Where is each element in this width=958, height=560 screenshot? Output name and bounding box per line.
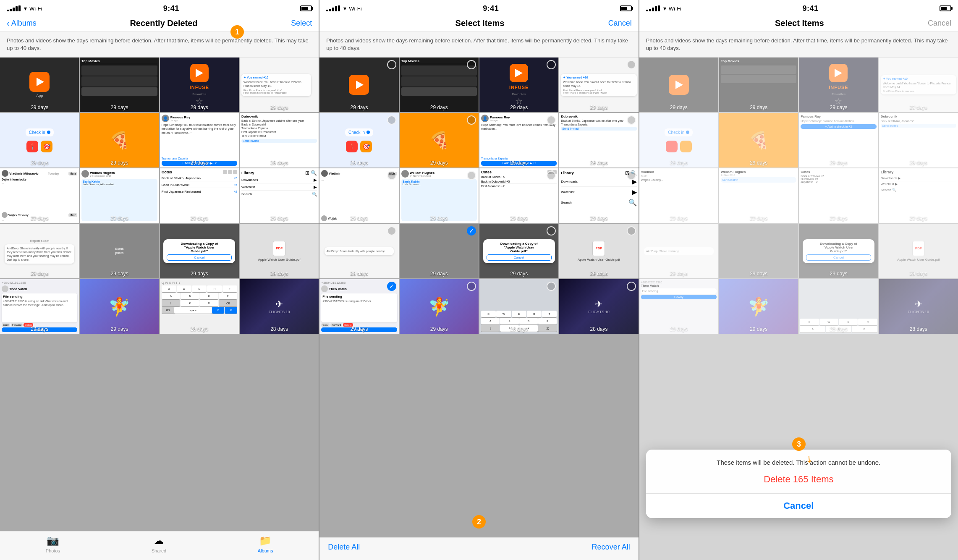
status-time-3: 9:41 <box>802 4 818 13</box>
photo-label: 29 days <box>400 105 479 110</box>
photo-cell[interactable]: Check in 📍 🎯 29 days <box>0 113 79 167</box>
photo-cell[interactable]: ✦ You earned +10 Welcome back! You haven… <box>240 58 319 112</box>
signal-icon-2 <box>326 5 340 11</box>
photo-cell[interactable]: Downloading a Copy of"Apple Watch UserGu… <box>479 224 558 278</box>
photo-cell[interactable]: 👤 Famous Ray2h ago Hope Schmoop: You mus… <box>479 113 558 167</box>
select-circle <box>387 171 396 180</box>
photo-label: 29 days <box>319 271 398 277</box>
cancel-button-3[interactable]: Cancel <box>928 19 951 28</box>
photo-cell[interactable]: Vladimir Milosevic Tuesday Mute Dajte In… <box>0 168 79 223</box>
nav-bar-3: Select Items Cancel <box>639 17 958 32</box>
wifi-icon-2: ▾ <box>343 5 346 12</box>
pdf-icon: PDF <box>273 241 285 256</box>
step-badge-2: 2 <box>472 515 486 529</box>
photo-cell: 🧚 29 days <box>719 279 798 334</box>
photo-cell[interactable]: +380421512385 Theo Vatch File sending +3… <box>0 279 79 334</box>
back-button-1[interactable]: ‹ Albums <box>7 18 37 28</box>
photo-cell: +380421512385Theo VatchFile sending...Ho… <box>639 279 718 334</box>
photo-cell[interactable]: Cotes Back at Stiviko +5Back in Dubrovni… <box>479 168 558 223</box>
photo-cell: Check in 29 days <box>639 113 718 167</box>
photo-cell[interactable]: INFUSE Favorites☆ 29 days <box>479 58 558 112</box>
photo-cell[interactable]: ✈FLIGHTS 10 28 days <box>559 279 638 334</box>
photo-cell[interactable]: AirdDrop: Share instantly with people ne… <box>319 224 398 278</box>
photo-label: 29 days <box>719 160 798 166</box>
photo-label: 29 days <box>719 215 798 221</box>
photo-cell[interactable]: Q W E R T Y Q W E R T A S D F <box>160 279 239 334</box>
delete-items-button[interactable]: Delete 165 Items <box>653 474 945 485</box>
tab-photos[interactable]: 📷 Photos <box>46 535 60 553</box>
nav-title-1: Recently Deleted <box>130 18 197 28</box>
cancel-button-2[interactable]: Cancel <box>608 19 632 28</box>
select-circle <box>387 226 396 236</box>
photo-cell[interactable]: 👤 Famous Ray 2h ago Hope Schmoop: You mu… <box>160 113 239 167</box>
photo-cell[interactable]: Dubrovnik Back at Stiviko, Japanese cuis… <box>240 113 319 167</box>
select-circle <box>387 115 396 125</box>
photo-cell[interactable]: Check in 📍 🎯 29 days <box>319 113 398 167</box>
photo-cell[interactable]: INFUSE Favorites ☆ 29 days <box>160 58 239 112</box>
alert-message: These items will be deleted. This action… <box>653 458 945 468</box>
photo-cell[interactable]: Blankphoto 29 days <box>80 224 159 278</box>
wifi-icon: ▾ <box>24 5 27 12</box>
photo-cell[interactable]: PDF Apple Watch User Guide.pdf 29 days <box>240 224 319 278</box>
photo-cell: 29 days <box>719 224 798 278</box>
photo-cell[interactable]: QWERT ASDF ⇧ZX⌫ 28 days <box>479 279 558 334</box>
photo-cell[interactable]: Library⊞🔍 Downloads▶Watchlist▶Search🔍 29… <box>559 168 638 223</box>
photo-cell[interactable]: 29 days <box>319 58 398 112</box>
photo-cell: PDF Apple Watch User Guide.pdf 29 days <box>879 224 958 278</box>
photo-label: 29 days <box>879 105 958 110</box>
photo-cell[interactable]: 🍕 29 days <box>80 113 159 167</box>
photo-label: 29 days <box>559 215 638 221</box>
photo-cell: LibraryDownloads ▶Watchlist ▶Search 🔍 29… <box>879 168 958 223</box>
download-dialog: Downloading a Copy of"Apple Watch UserGu… <box>163 239 235 263</box>
photo-cell[interactable]: Dubrovnik Back at Stiviko, Japanese cuis… <box>559 113 638 167</box>
photo-cell[interactable]: 🧚 29 days <box>80 279 159 334</box>
back-label-1[interactable]: Albums <box>11 19 37 28</box>
photo-cell[interactable]: William Hughes24 November 2015 Sania Kat… <box>400 168 479 223</box>
photo-label: 29 days <box>639 271 718 277</box>
photo-label: 29 days <box>879 271 958 277</box>
photo-cell[interactable]: Top Movies 29 days <box>400 58 479 112</box>
photo-cell: 🍕 29 days <box>719 113 798 167</box>
alert-cancel-button[interactable]: Cancel <box>653 500 945 511</box>
select-circle <box>627 60 636 69</box>
photo-cell[interactable]: Report spam AirdDrop: Share instantly wi… <box>0 224 79 278</box>
photo-label: 29 days <box>879 160 958 166</box>
select-circle <box>627 226 636 236</box>
delete-all-button[interactable]: Delete All <box>328 543 360 552</box>
nav-title-2: Select Items <box>455 18 505 28</box>
photo-label: 29 days <box>160 160 239 166</box>
signal-area-2: ▾ Wi-Fi <box>326 5 361 12</box>
alert-cancel-sheet: Cancel <box>646 493 951 518</box>
photo-label: 28 days <box>160 326 239 332</box>
photo-cell[interactable]: PDF Apple Watch User Guide.pdf 29 days <box>559 224 638 278</box>
nav-bar-1: ‹ Albums Recently Deleted Select <box>0 17 319 32</box>
photo-cell[interactable]: Cotes Back at Stiviko, Japanese- +5 <box>160 168 239 223</box>
select-circle <box>387 60 396 69</box>
photo-label: 29 days <box>0 271 79 277</box>
photo-cell[interactable]: Downloading a Copy of"Apple Watch UserGu… <box>160 224 239 278</box>
photo-cell[interactable]: 🧚 29 days <box>400 279 479 334</box>
photo-cell[interactable]: William Hughes 24 November 2015 Sania Ka… <box>80 168 159 223</box>
select-button-1[interactable]: Select <box>291 19 312 28</box>
photo-label: 29 days <box>799 215 878 221</box>
signal-icon <box>7 5 21 11</box>
tab-shared[interactable]: ☁ Shared <box>152 535 166 553</box>
photo-cell[interactable]: ✦ You earned +10 Welcome back! You haven… <box>559 58 638 112</box>
photo-cell[interactable]: ✈ FLIGHTS 10 28 days <box>240 279 319 334</box>
info-text-3: Photos and videos show the days remainin… <box>639 32 958 58</box>
photo-cell[interactable]: ✓ 29 days <box>400 224 479 278</box>
recover-all-button[interactable]: Recover All <box>592 543 630 552</box>
photo-label: 28 days <box>559 326 638 332</box>
photo-label: 29 days <box>240 160 319 166</box>
battery-area-2 <box>620 5 632 11</box>
photo-cell[interactable]: Top Movies 29 days <box>80 58 159 112</box>
photo-cell[interactable]: +380421512385 Theo Vatch File sending +3… <box>319 279 398 334</box>
photo-label: 29 days <box>799 105 878 110</box>
photo-cell[interactable]: 🍕 29 days <box>400 113 479 167</box>
photo-label: 29 days <box>319 105 398 110</box>
photo-cell[interactable]: Library ⊞ 🔍 Downloads ▶ Watchlist <box>240 168 319 223</box>
photo-label: 29 days <box>719 326 798 332</box>
tab-albums[interactable]: 📁 Albums <box>258 535 273 553</box>
photo-cell[interactable]: Vladimir Mute ... Wojtek 29 days <box>319 168 398 223</box>
photo-cell[interactable]: App 29 days <box>0 58 79 112</box>
